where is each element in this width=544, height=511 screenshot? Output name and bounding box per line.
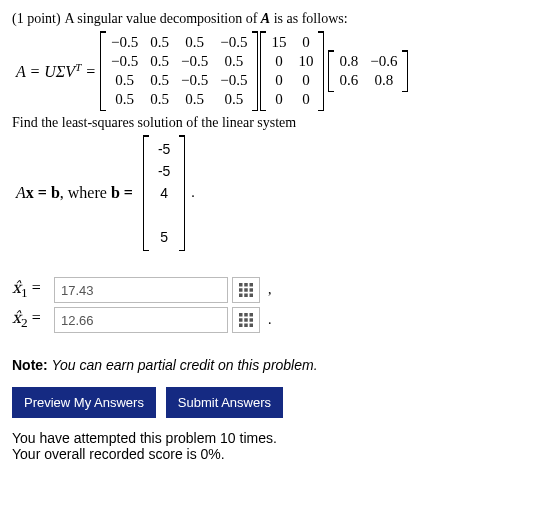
- vector-cell: -5: [150, 139, 178, 159]
- matrix-cell: −0.5: [175, 52, 214, 71]
- period-1: .: [191, 185, 195, 201]
- svg-rect-4: [244, 288, 248, 292]
- matrix-cell: 0: [292, 33, 319, 52]
- button-row: Preview My Answers Submit Answers: [12, 387, 532, 418]
- matrix-cell: −0.6: [364, 52, 403, 71]
- note-italic: You can earn partial credit on this prob…: [48, 357, 318, 373]
- svg-rect-3: [239, 288, 243, 292]
- matrix-cell: 0: [292, 90, 319, 109]
- answer-row-x2: x̂2 = .: [12, 307, 532, 333]
- matrix-cell: 0.5: [175, 90, 214, 109]
- matrix-cell: −0.5: [175, 71, 214, 90]
- partial-credit-note: Note: You can earn partial credit on thi…: [12, 357, 532, 373]
- matrix-cell: 0.5: [175, 33, 214, 52]
- vector-cell: -5: [150, 161, 178, 181]
- vector-cell: 4: [150, 183, 178, 203]
- problem-header: (1 point) A singular value decomposition…: [12, 10, 532, 27]
- attempts-text: You have attempted this problem 10 times…: [12, 430, 532, 446]
- matrix-cell: 0.5: [144, 90, 175, 109]
- matrix-cell: 0.5: [214, 52, 253, 71]
- submit-answers-button[interactable]: Submit Answers: [166, 387, 283, 418]
- matrix-cell: −0.5: [214, 33, 253, 52]
- svg-rect-8: [250, 294, 254, 298]
- matrix-cell: 0.5: [105, 90, 144, 109]
- svg-rect-13: [244, 318, 248, 322]
- matrix-cell: 0: [265, 71, 292, 90]
- svg-rect-1: [244, 283, 248, 287]
- svg-rect-17: [250, 324, 254, 328]
- period-2: .: [268, 312, 272, 328]
- vector-b: -5-545: [143, 135, 185, 251]
- note-bold: Note:: [12, 357, 48, 373]
- matrix-cell: 0: [265, 90, 292, 109]
- svg-rect-14: [250, 318, 254, 322]
- svg-rect-2: [250, 283, 254, 287]
- points-label: (1 point): [12, 11, 61, 26]
- svg-rect-10: [244, 313, 248, 317]
- matrix-cell: 0: [292, 71, 319, 90]
- axb-lhs: Ax = b, where b =: [16, 184, 133, 202]
- vector-cell: 5: [150, 227, 178, 247]
- matrix-cell: 0.8: [364, 71, 403, 90]
- preview-answers-button[interactable]: Preview My Answers: [12, 387, 156, 418]
- matrix-cell: 0.5: [214, 90, 253, 109]
- matrix-cell: 0.6: [333, 71, 364, 90]
- matrix-cell: 15: [265, 33, 292, 52]
- keypad-icon: [239, 313, 253, 327]
- matrix-cell: 0: [265, 52, 292, 71]
- prompt-part-b: is as follows:: [270, 11, 347, 26]
- find-lsq-text: Find the least-squares solution of the l…: [12, 115, 532, 131]
- svg-rect-6: [239, 294, 243, 298]
- matrix-cell: 0.5: [144, 52, 175, 71]
- prompt-part-a: A singular value decomposition of: [65, 11, 261, 26]
- matrix-cell: 0.5: [105, 71, 144, 90]
- svd-equation: A = UΣVT = −0.50.50.5−0.5−0.50.5−0.50.50…: [12, 31, 532, 111]
- matrix-cell: 0.8: [333, 52, 364, 71]
- matrix-A-symbol: A: [261, 11, 270, 26]
- answer-row-x1: x̂1 = ,: [12, 277, 532, 303]
- x1-label: x̂1 =: [12, 278, 48, 301]
- x2-input[interactable]: [54, 307, 228, 333]
- matrix-cell: −0.5: [105, 52, 144, 71]
- keypad-button-x2[interactable]: [232, 307, 260, 333]
- matrix-cell: 10: [292, 52, 319, 71]
- matrix-cell: −0.5: [105, 33, 144, 52]
- svg-rect-15: [239, 324, 243, 328]
- svg-rect-0: [239, 283, 243, 287]
- matrix-U: −0.50.50.5−0.5−0.50.5−0.50.50.50.5−0.5−0…: [100, 31, 258, 111]
- score-text: Your overall recorded score is 0%.: [12, 446, 532, 462]
- svg-rect-16: [244, 324, 248, 328]
- x2-label: x̂2 =: [12, 308, 48, 331]
- svg-rect-12: [239, 318, 243, 322]
- keypad-icon: [239, 283, 253, 297]
- x1-input[interactable]: [54, 277, 228, 303]
- matrix-V: 0.8−0.60.60.8: [328, 50, 408, 92]
- svg-rect-5: [250, 288, 254, 292]
- comma: ,: [268, 282, 272, 298]
- keypad-button-x1[interactable]: [232, 277, 260, 303]
- matrix-cell: 0.5: [144, 33, 175, 52]
- axb-equation: Ax = b, where b = -5-545 .: [12, 135, 532, 251]
- svg-rect-9: [239, 313, 243, 317]
- svg-rect-7: [244, 294, 248, 298]
- vector-cell: [150, 205, 178, 225]
- svd-lhs: A = UΣVT =: [16, 61, 96, 81]
- svg-rect-11: [250, 313, 254, 317]
- matrix-cell: −0.5: [214, 71, 253, 90]
- matrix-Sigma: 1500100000: [260, 31, 324, 111]
- matrix-cell: 0.5: [144, 71, 175, 90]
